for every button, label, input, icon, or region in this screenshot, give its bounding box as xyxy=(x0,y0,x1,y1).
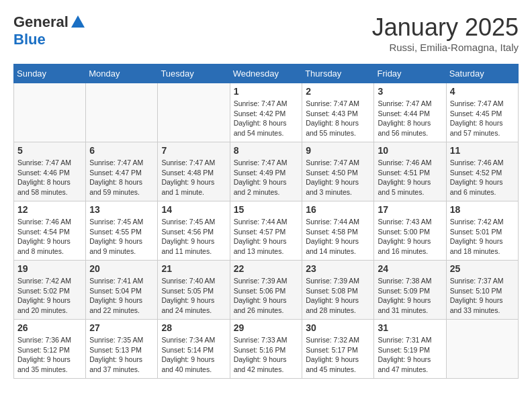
day-number: 2 xyxy=(306,86,370,97)
week-row-5: 26Sunrise: 7:36 AM Sunset: 5:12 PM Dayli… xyxy=(14,320,519,379)
day-info: Sunrise: 7:34 AM Sunset: 5:14 PM Dayligh… xyxy=(161,335,226,375)
calendar-cell: 29Sunrise: 7:33 AM Sunset: 5:16 PM Dayli… xyxy=(230,320,302,379)
day-number: 15 xyxy=(234,204,299,215)
calendar-cell: 10Sunrise: 7:46 AM Sunset: 4:51 PM Dayli… xyxy=(374,142,446,201)
day-number: 20 xyxy=(89,263,154,274)
day-info: Sunrise: 7:31 AM Sunset: 5:19 PM Dayligh… xyxy=(378,335,442,375)
week-row-3: 12Sunrise: 7:46 AM Sunset: 4:54 PM Dayli… xyxy=(14,201,519,261)
col-friday: Friday xyxy=(374,64,446,83)
page-header: General Blue January 2025 Russi, Emilia-… xyxy=(13,13,519,53)
calendar-cell: 3Sunrise: 7:47 AM Sunset: 4:44 PM Daylig… xyxy=(374,83,446,142)
col-saturday: Saturday xyxy=(446,64,518,83)
calendar-cell: 22Sunrise: 7:39 AM Sunset: 5:06 PM Dayli… xyxy=(230,261,302,320)
calendar-cell: 21Sunrise: 7:40 AM Sunset: 5:05 PM Dayli… xyxy=(158,261,230,320)
day-number: 13 xyxy=(89,204,154,215)
svg-marker-0 xyxy=(71,15,85,28)
day-info: Sunrise: 7:47 AM Sunset: 4:46 PM Dayligh… xyxy=(17,158,82,197)
logo: General Blue xyxy=(13,13,86,48)
day-number: 5 xyxy=(17,145,82,156)
day-number: 29 xyxy=(234,322,299,333)
title-block: January 2025 Russi, Emilia-Romagna, Ital… xyxy=(372,13,519,53)
day-number: 8 xyxy=(234,145,299,156)
day-number: 14 xyxy=(161,204,226,215)
calendar-cell: 30Sunrise: 7:32 AM Sunset: 5:17 PM Dayli… xyxy=(302,320,374,379)
day-number: 1 xyxy=(234,86,299,97)
day-number: 23 xyxy=(306,263,370,274)
calendar-cell: 7Sunrise: 7:47 AM Sunset: 4:48 PM Daylig… xyxy=(158,142,230,201)
calendar-cell: 19Sunrise: 7:42 AM Sunset: 5:02 PM Dayli… xyxy=(14,261,86,320)
day-info: Sunrise: 7:46 AM Sunset: 4:52 PM Dayligh… xyxy=(450,158,515,197)
calendar-cell: 27Sunrise: 7:35 AM Sunset: 5:13 PM Dayli… xyxy=(86,320,158,379)
day-info: Sunrise: 7:40 AM Sunset: 5:05 PM Dayligh… xyxy=(161,276,226,316)
calendar-cell xyxy=(86,83,158,142)
day-info: Sunrise: 7:47 AM Sunset: 4:48 PM Dayligh… xyxy=(161,158,226,197)
day-number: 18 xyxy=(450,204,515,215)
week-row-4: 19Sunrise: 7:42 AM Sunset: 5:02 PM Dayli… xyxy=(14,261,519,320)
calendar-cell xyxy=(14,83,86,142)
day-number: 26 xyxy=(17,322,82,333)
day-info: Sunrise: 7:39 AM Sunset: 5:08 PM Dayligh… xyxy=(306,276,370,316)
day-info: Sunrise: 7:47 AM Sunset: 4:45 PM Dayligh… xyxy=(450,99,515,138)
day-number: 27 xyxy=(89,322,154,333)
day-number: 19 xyxy=(17,263,82,274)
calendar-cell: 4Sunrise: 7:47 AM Sunset: 4:45 PM Daylig… xyxy=(446,83,518,142)
day-info: Sunrise: 7:46 AM Sunset: 4:51 PM Dayligh… xyxy=(378,158,442,197)
calendar-cell: 8Sunrise: 7:47 AM Sunset: 4:49 PM Daylig… xyxy=(230,142,302,201)
calendar-cell: 13Sunrise: 7:45 AM Sunset: 4:55 PM Dayli… xyxy=(86,201,158,261)
calendar-cell: 14Sunrise: 7:45 AM Sunset: 4:56 PM Dayli… xyxy=(158,201,230,261)
logo-blue-text: Blue xyxy=(13,31,46,48)
day-info: Sunrise: 7:47 AM Sunset: 4:47 PM Dayligh… xyxy=(89,158,154,197)
day-number: 6 xyxy=(89,145,154,156)
day-info: Sunrise: 7:45 AM Sunset: 4:55 PM Dayligh… xyxy=(89,217,154,257)
day-number: 9 xyxy=(306,145,370,156)
day-number: 25 xyxy=(450,263,515,274)
day-info: Sunrise: 7:36 AM Sunset: 5:12 PM Dayligh… xyxy=(17,335,82,375)
calendar-cell: 17Sunrise: 7:43 AM Sunset: 5:00 PM Dayli… xyxy=(374,201,446,261)
calendar-cell: 28Sunrise: 7:34 AM Sunset: 5:14 PM Dayli… xyxy=(158,320,230,379)
calendar-cell: 16Sunrise: 7:44 AM Sunset: 4:58 PM Dayli… xyxy=(302,201,374,261)
col-wednesday: Wednesday xyxy=(230,64,302,83)
calendar-cell: 5Sunrise: 7:47 AM Sunset: 4:46 PM Daylig… xyxy=(14,142,86,201)
day-number: 3 xyxy=(378,86,442,97)
day-info: Sunrise: 7:47 AM Sunset: 4:44 PM Dayligh… xyxy=(378,99,442,138)
calendar-body: 1Sunrise: 7:47 AM Sunset: 4:42 PM Daylig… xyxy=(14,83,519,379)
day-info: Sunrise: 7:41 AM Sunset: 5:04 PM Dayligh… xyxy=(89,276,154,316)
day-number: 31 xyxy=(378,322,442,333)
calendar-cell: 15Sunrise: 7:44 AM Sunset: 4:57 PM Dayli… xyxy=(230,201,302,261)
day-number: 30 xyxy=(306,322,370,333)
calendar-cell: 12Sunrise: 7:46 AM Sunset: 4:54 PM Dayli… xyxy=(14,201,86,261)
day-info: Sunrise: 7:44 AM Sunset: 4:57 PM Dayligh… xyxy=(234,217,299,257)
calendar-cell: 31Sunrise: 7:31 AM Sunset: 5:19 PM Dayli… xyxy=(374,320,446,379)
logo-icon xyxy=(70,14,86,30)
day-info: Sunrise: 7:39 AM Sunset: 5:06 PM Dayligh… xyxy=(234,276,299,316)
month-title: January 2025 xyxy=(372,13,519,42)
day-info: Sunrise: 7:32 AM Sunset: 5:17 PM Dayligh… xyxy=(306,335,370,375)
calendar-cell: 1Sunrise: 7:47 AM Sunset: 4:42 PM Daylig… xyxy=(230,83,302,142)
day-info: Sunrise: 7:42 AM Sunset: 5:02 PM Dayligh… xyxy=(17,276,82,316)
day-info: Sunrise: 7:33 AM Sunset: 5:16 PM Dayligh… xyxy=(234,335,299,375)
day-info: Sunrise: 7:42 AM Sunset: 5:01 PM Dayligh… xyxy=(450,217,515,257)
day-number: 22 xyxy=(234,263,299,274)
week-row-2: 5Sunrise: 7:47 AM Sunset: 4:46 PM Daylig… xyxy=(14,142,519,201)
day-number: 4 xyxy=(450,86,515,97)
day-info: Sunrise: 7:43 AM Sunset: 5:00 PM Dayligh… xyxy=(378,217,442,257)
day-info: Sunrise: 7:35 AM Sunset: 5:13 PM Dayligh… xyxy=(89,335,154,375)
calendar-cell: 2Sunrise: 7:47 AM Sunset: 4:43 PM Daylig… xyxy=(302,83,374,142)
calendar-cell: 9Sunrise: 7:47 AM Sunset: 4:50 PM Daylig… xyxy=(302,142,374,201)
calendar-cell: 26Sunrise: 7:36 AM Sunset: 5:12 PM Dayli… xyxy=(14,320,86,379)
col-thursday: Thursday xyxy=(302,64,374,83)
day-number: 7 xyxy=(161,145,226,156)
day-info: Sunrise: 7:47 AM Sunset: 4:43 PM Dayligh… xyxy=(306,99,370,138)
calendar-cell: 18Sunrise: 7:42 AM Sunset: 5:01 PM Dayli… xyxy=(446,201,518,261)
calendar-cell: 11Sunrise: 7:46 AM Sunset: 4:52 PM Dayli… xyxy=(446,142,518,201)
day-info: Sunrise: 7:46 AM Sunset: 4:54 PM Dayligh… xyxy=(17,217,82,257)
week-row-1: 1Sunrise: 7:47 AM Sunset: 4:42 PM Daylig… xyxy=(14,83,519,142)
calendar-table: Sunday Monday Tuesday Wednesday Thursday… xyxy=(13,64,519,379)
day-info: Sunrise: 7:47 AM Sunset: 4:49 PM Dayligh… xyxy=(234,158,299,197)
calendar-cell xyxy=(446,320,518,379)
location: Russi, Emilia-Romagna, Italy xyxy=(372,42,519,53)
col-sunday: Sunday xyxy=(14,64,86,83)
day-number: 28 xyxy=(161,322,226,333)
calendar-cell: 20Sunrise: 7:41 AM Sunset: 5:04 PM Dayli… xyxy=(86,261,158,320)
header-row: Sunday Monday Tuesday Wednesday Thursday… xyxy=(14,64,519,83)
